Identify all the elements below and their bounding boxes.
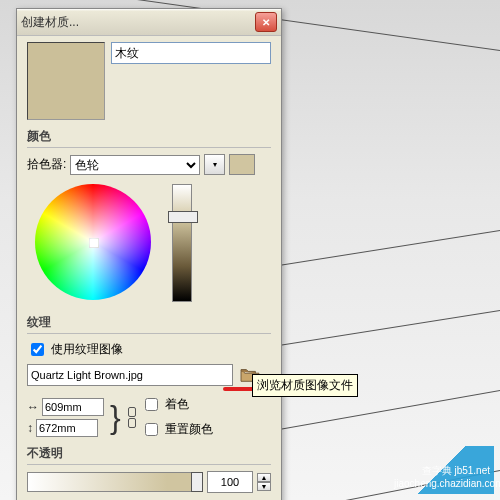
- color-cursor[interactable]: [89, 238, 99, 248]
- section-color: 颜色: [27, 128, 271, 145]
- opacity-handle[interactable]: [191, 472, 203, 492]
- reset-color-label: 重置颜色: [165, 421, 213, 438]
- current-color-swatch[interactable]: [229, 154, 255, 175]
- material-name-input[interactable]: [111, 42, 271, 64]
- brightness-slider[interactable]: [172, 184, 192, 302]
- section-texture: 纹理: [27, 314, 271, 331]
- material-preview: [27, 42, 105, 120]
- color-wheel[interactable]: [35, 184, 151, 300]
- brace-icon: }: [110, 402, 121, 432]
- undo-color-icon[interactable]: ▾: [204, 154, 225, 175]
- step-up-icon[interactable]: ▲: [257, 473, 271, 482]
- close-button[interactable]: ✕: [255, 12, 277, 32]
- create-material-dialog: 创建材质... ✕ 颜色 拾色器: 色轮 ▾ 纹理 使用纹理图像: [16, 8, 282, 500]
- height-icon: ↕: [27, 421, 33, 435]
- picker-select[interactable]: 色轮: [70, 155, 200, 175]
- opacity-slider[interactable]: [27, 472, 203, 492]
- colorize-checkbox[interactable]: [145, 398, 158, 411]
- tooltip: 浏览材质图像文件: [252, 374, 358, 397]
- watermark: 查字典 jb51.net jiaocheng.chazidian.com: [394, 446, 494, 494]
- lock-aspect-toggle[interactable]: [127, 402, 137, 432]
- title-bar[interactable]: 创建材质... ✕: [17, 9, 281, 36]
- divider: [27, 147, 271, 148]
- opacity-stepper[interactable]: ▲▼: [257, 473, 271, 491]
- picker-label: 拾色器:: [27, 156, 66, 173]
- dialog-title: 创建材质...: [21, 14, 255, 31]
- slider-handle[interactable]: [168, 211, 198, 223]
- divider: [27, 333, 271, 334]
- texture-path-input[interactable]: [27, 364, 233, 386]
- divider: [27, 464, 271, 465]
- texture-width-input[interactable]: [42, 398, 104, 416]
- step-down-icon[interactable]: ▼: [257, 482, 271, 491]
- texture-height-input[interactable]: [36, 419, 98, 437]
- colorize-label: 着色: [165, 396, 189, 413]
- use-texture-checkbox[interactable]: [31, 343, 44, 356]
- width-icon: ↔: [27, 400, 39, 414]
- section-opacity: 不透明: [27, 445, 271, 462]
- use-texture-label: 使用纹理图像: [51, 341, 123, 358]
- reset-color-checkbox[interactable]: [145, 423, 158, 436]
- opacity-input[interactable]: [207, 471, 253, 493]
